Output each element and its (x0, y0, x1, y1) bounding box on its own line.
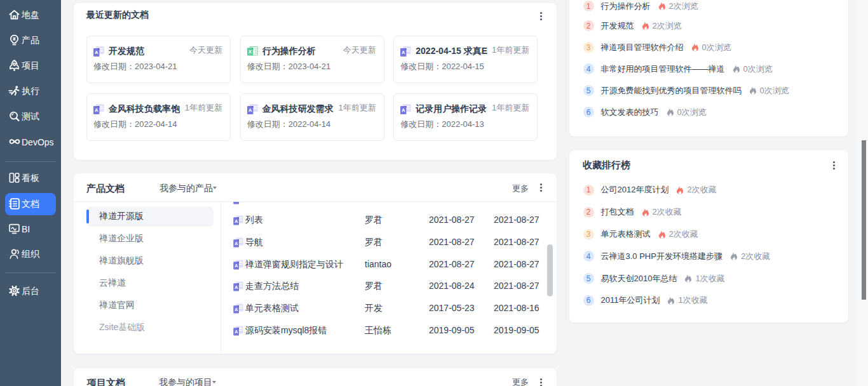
svg-text:A: A (234, 285, 238, 290)
svg-text:A: A (95, 50, 98, 55)
svg-text:A: A (95, 107, 98, 113)
svg-text:X: X (248, 49, 252, 55)
svg-text:A: A (234, 263, 238, 267)
svg-text:A: A (234, 329, 238, 333)
svg-text:A: A (402, 50, 405, 55)
svg-text:A: A (234, 219, 238, 223)
svg-text:A: A (234, 307, 238, 311)
svg-text:A: A (248, 107, 252, 113)
svg-text:A: A (234, 241, 238, 245)
svg-text:A: A (234, 202, 238, 203)
svg-text:A: A (402, 107, 405, 113)
